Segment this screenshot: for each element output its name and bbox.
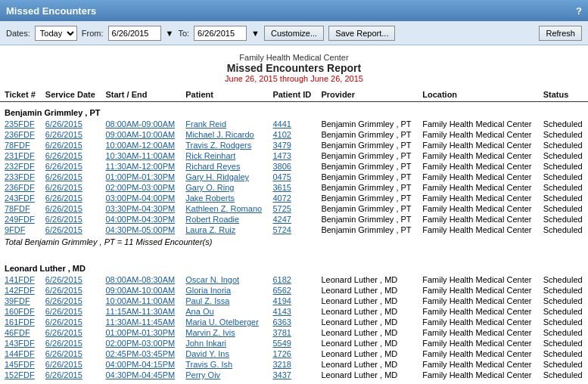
patient-cell[interactable]: Laura Z. Ruiz (181, 225, 268, 235)
ticket-cell[interactable]: 249FDF (0, 214, 41, 225)
start-end-cell[interactable]: 10:00AM-11:00AM (101, 296, 181, 306)
patient-cell[interactable]: Jake Roberts (181, 193, 268, 203)
service-date-cell[interactable]: 6/26/2015 (41, 193, 101, 203)
service-date-cell[interactable]: 6/26/2015 (41, 370, 101, 380)
service-date-cell[interactable]: 6/26/2015 (41, 182, 101, 193)
service-date-cell[interactable]: 6/26/2015 (41, 172, 101, 182)
start-end-cell[interactable]: 03:30PM-04:30PM (101, 203, 181, 214)
patient-cell[interactable]: Perry Oiv (181, 370, 268, 380)
ticket-cell[interactable]: 9FDF (0, 225, 41, 235)
start-end-cell[interactable]: 04:30PM-04:45PM (101, 370, 181, 380)
patient-cell[interactable]: Travis G. Ish (181, 359, 268, 370)
service-date-cell[interactable]: 6/26/2015 (41, 327, 101, 338)
patient-id-cell[interactable]: 3479 (268, 140, 316, 150)
patient-id-cell[interactable]: 1726 (268, 348, 316, 359)
help-icon[interactable]: ? (576, 5, 582, 17)
patient-id-cell[interactable]: 5724 (268, 225, 316, 235)
start-end-cell[interactable]: 01:00PM-01:30PM (101, 327, 181, 338)
ticket-cell[interactable]: 235FDF (0, 119, 41, 129)
start-end-cell[interactable]: 09:00AM-10:00AM (101, 285, 181, 296)
service-date-cell[interactable]: 6/26/2015 (41, 317, 101, 327)
ticket-cell[interactable]: 142FDF (0, 285, 41, 296)
service-date-cell[interactable]: 6/26/2015 (41, 338, 101, 348)
ticket-cell[interactable]: 232FDF (0, 161, 41, 172)
patient-cell[interactable]: Gary O. Ring (181, 182, 268, 193)
start-end-cell[interactable]: 01:00PM-01:30PM (101, 172, 181, 182)
patient-id-cell[interactable]: 6562 (268, 285, 316, 296)
patient-cell[interactable]: Frank Reid (181, 119, 268, 129)
patient-cell[interactable]: Ana Ou (181, 306, 268, 317)
ticket-cell[interactable]: 78FDF (0, 140, 41, 150)
ticket-cell[interactable]: 141FDF (0, 274, 41, 285)
service-date-cell[interactable]: 6/26/2015 (41, 129, 101, 140)
patient-cell[interactable]: Oscar N. Ingot (181, 274, 268, 285)
patient-id-cell[interactable]: 4072 (268, 193, 316, 203)
start-end-cell[interactable]: 02:00PM-03:00PM (101, 338, 181, 348)
ticket-cell[interactable]: 152FDF (0, 370, 41, 380)
date-range-select[interactable]: Today (35, 26, 77, 41)
ticket-cell[interactable]: 233FDF (0, 172, 41, 182)
start-end-cell[interactable]: 02:00PM-03:00PM (101, 182, 181, 193)
patient-id-cell[interactable]: 3437 (268, 370, 316, 380)
service-date-cell[interactable]: 6/26/2015 (41, 359, 101, 370)
service-date-cell[interactable]: 6/26/2015 (41, 306, 101, 317)
ticket-cell[interactable]: 236FDF (0, 129, 41, 140)
patient-cell[interactable]: Travis Z. Rodgers (181, 140, 268, 150)
patient-cell[interactable]: Paul Z. Issa (181, 296, 268, 306)
start-end-cell[interactable]: 08:00AM-09:00AM (101, 119, 181, 129)
patient-cell[interactable]: Richard Reyes (181, 161, 268, 172)
patient-id-cell[interactable]: 5725 (268, 203, 316, 214)
service-date-cell[interactable]: 6/26/2015 (41, 150, 101, 161)
patient-id-cell[interactable]: 4441 (268, 119, 316, 129)
start-end-cell[interactable]: 11:30AM-11:45AM (101, 317, 181, 327)
ticket-cell[interactable]: 243FDF (0, 193, 41, 203)
patient-id-cell[interactable]: 3806 (268, 161, 316, 172)
service-date-cell[interactable]: 6/26/2015 (41, 203, 101, 214)
patient-id-cell[interactable]: 0475 (268, 172, 316, 182)
patient-cell[interactable]: Gloria Inoria (181, 285, 268, 296)
start-end-cell[interactable]: 04:00PM-04:15PM (101, 359, 181, 370)
patient-cell[interactable]: Maria U. Otelberger (181, 317, 268, 327)
patient-id-cell[interactable]: 4247 (268, 214, 316, 225)
patient-id-cell[interactable]: 5549 (268, 338, 316, 348)
service-date-cell[interactable]: 6/26/2015 (41, 296, 101, 306)
service-date-cell[interactable]: 6/26/2015 (41, 348, 101, 359)
ticket-cell[interactable]: 145FDF (0, 359, 41, 370)
to-date-arrow[interactable]: ▼ (251, 29, 260, 38)
patient-id-cell[interactable]: 3218 (268, 359, 316, 370)
patient-id-cell[interactable]: 3781 (268, 327, 316, 338)
patient-cell[interactable]: Kathleen Z. Romano (181, 203, 268, 214)
ticket-cell[interactable]: 160FDF (0, 306, 41, 317)
patient-cell[interactable]: David Y. Ins (181, 348, 268, 359)
start-end-cell[interactable]: 04:00PM-04:30PM (101, 214, 181, 225)
service-date-cell[interactable]: 6/26/2015 (41, 225, 101, 235)
start-end-cell[interactable]: 04:30PM-05:00PM (101, 225, 181, 235)
ticket-cell[interactable]: 46FDF (0, 327, 41, 338)
start-end-cell[interactable]: 09:00AM-10:00AM (101, 129, 181, 140)
service-date-cell[interactable]: 6/26/2015 (41, 161, 101, 172)
ticket-cell[interactable]: 144FDF (0, 348, 41, 359)
service-date-cell[interactable]: 6/26/2015 (41, 140, 101, 150)
patient-cell[interactable]: Robert Roadie (181, 214, 268, 225)
start-end-cell[interactable]: 11:30AM-12:00PM (101, 161, 181, 172)
patient-cell[interactable]: Michael J. Ricardo (181, 129, 268, 140)
start-end-cell[interactable]: 10:00AM-12:00AM (101, 140, 181, 150)
ticket-cell[interactable]: 231FDF (0, 150, 41, 161)
start-end-cell[interactable]: 10:30AM-11:00AM (101, 150, 181, 161)
patient-cell[interactable]: Rick Reinhart (181, 150, 268, 161)
ticket-cell[interactable]: 143FDF (0, 338, 41, 348)
service-date-cell[interactable]: 6/26/2015 (41, 119, 101, 129)
start-end-cell[interactable]: 02:45PM-03:45PM (101, 348, 181, 359)
patient-id-cell[interactable]: 4102 (268, 129, 316, 140)
customize-button[interactable]: Customize... (264, 26, 324, 41)
patient-id-cell[interactable]: 6182 (268, 274, 316, 285)
patient-id-cell[interactable]: 4194 (268, 296, 316, 306)
service-date-cell[interactable]: 6/26/2015 (41, 214, 101, 225)
to-date-input[interactable] (194, 26, 247, 41)
refresh-button[interactable]: Refresh (539, 26, 582, 41)
ticket-cell[interactable]: 39FDF (0, 296, 41, 306)
start-end-cell[interactable]: 11:15AM-11:30AM (101, 306, 181, 317)
patient-id-cell[interactable]: 4143 (268, 306, 316, 317)
start-end-cell[interactable]: 03:00PM-04:00PM (101, 193, 181, 203)
from-date-input[interactable] (108, 26, 161, 41)
